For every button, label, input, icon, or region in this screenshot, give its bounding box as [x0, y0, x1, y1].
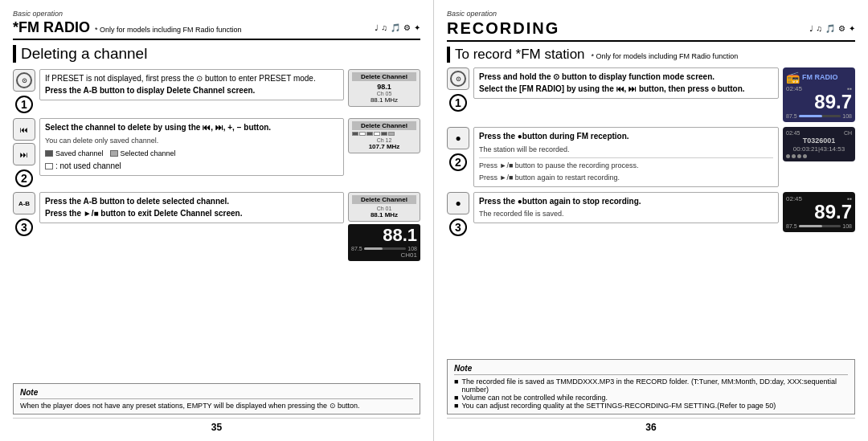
ch-cell-5: [381, 132, 387, 136]
right-title-group: RECORDING: [447, 19, 559, 38]
slider-fill-3: [364, 247, 383, 250]
step-2-number: 2: [15, 169, 33, 187]
time-left-3: 02:45: [786, 195, 802, 202]
left-note: Note When the player does not have any p…: [13, 383, 420, 414]
step-2-next-icon: ⏭: [13, 143, 35, 165]
right-step-2-icon: ●: [447, 127, 469, 149]
selected-label: Selected channel: [121, 149, 176, 159]
record-ch-top: CH: [844, 130, 852, 136]
step-1-text2: Press the A-B button to display Delete C…: [45, 86, 255, 95]
divider-1: [479, 157, 773, 158]
freq-big-1: 98.1: [352, 83, 416, 91]
music-icon-2: ♫: [382, 23, 388, 32]
step-1-display: Delete Channel 98.1 Ch 05 88.1 MHz: [348, 69, 420, 107]
step-1-button-icon: ⊙: [13, 69, 35, 92]
bullet-icon-1: ■: [454, 378, 458, 394]
step-1-text1: If PRESET is not displayed, first press …: [45, 74, 316, 83]
music-icon-3: 🎵: [391, 23, 400, 32]
step-3-button-icon: A-B: [13, 192, 35, 214]
step-3-text2: Press the ►/■ button to exit Delete Chan…: [45, 209, 242, 218]
step-3-display-2: 88.1 87.5 108 CH01: [348, 224, 420, 261]
right-step-3-icon: ●: [447, 192, 469, 214]
step-3-number: 3: [15, 218, 33, 236]
left-note-text: When the player does not have any preset…: [20, 402, 413, 410]
right-note-bullet3-row: ■ You can adjust recording quality at th…: [454, 402, 848, 410]
freq-max-r3: 108: [842, 223, 852, 229]
step-2-icons: ⏮ ⏭ 2: [13, 118, 35, 187]
step-2-content: Select the channel to delete by using th…: [39, 118, 344, 176]
record-time-display: 00:03:21|43:14:53: [786, 145, 852, 153]
right-step-1-icon: ⊙: [447, 67, 469, 90]
time-left-1: 02:45: [786, 85, 802, 92]
fm-logo-icon: 📻: [786, 71, 800, 84]
right-music-icon-1: ♩: [809, 24, 813, 33]
record-id: T0326001: [786, 137, 852, 145]
right-music-icon-3: 🎵: [825, 24, 835, 33]
dot-1: [786, 154, 790, 158]
notused-label: : not used channel: [55, 161, 121, 173]
step-2-subtext: You can delete only saved channel.: [45, 136, 338, 146]
dot-4: [803, 154, 807, 158]
step-2-text1: Select the channel to delete by using th…: [45, 123, 271, 132]
right-step-2-content: Press the ●button during FM reception. T…: [473, 127, 779, 187]
legend-saved: Saved channel: [45, 149, 104, 159]
right-step-1-content: Press and hold the ⊙ button to display f…: [473, 67, 779, 99]
delete-channel-label-1: Delete Channel: [352, 72, 416, 81]
fm-freq-display: 89.7: [786, 92, 852, 112]
settings-icon: ✦: [414, 23, 420, 32]
ch-cell-6: [388, 132, 395, 136]
right-step-3-sub: The recorded file is saved.: [479, 209, 773, 219]
right-step-2-text1: Press the ●button during FM reception.: [479, 132, 629, 141]
right-note-bullet1-row: ■ The recorded file is saved as TMMDDXXX…: [454, 378, 848, 394]
steps-container: ⊙ 1 If PRESET is not displayed, first pr…: [13, 69, 420, 380]
bullet-icon-3: ■: [454, 402, 458, 410]
right-note-bullet2: Volume can not be controlled while recor…: [461, 394, 608, 402]
music-icon-1: ♩: [375, 23, 379, 32]
step-3-text1: Press the A-B button to delete selected …: [45, 197, 229, 206]
right-step-2-row: ● 2 Press the ●button during FM receptio…: [447, 127, 855, 187]
ch-cell-3: [366, 132, 373, 136]
saved-box: [45, 150, 53, 157]
left-basic-op: Basic operation: [13, 10, 420, 18]
circle-icon: ⊙: [16, 72, 32, 88]
fm-freq-max: 108: [842, 113, 852, 119]
ch-cell-4: [374, 132, 380, 136]
step-3-content: Press the A-B button to delete selected …: [39, 192, 344, 223]
selected-box: [110, 150, 118, 157]
ch-label-3: Ch 01: [352, 206, 416, 211]
legend-row: Saved channel Selected channel: [45, 149, 338, 159]
fm-radio-logo-text: FM RADIO: [802, 73, 838, 81]
ch-cell-1: [352, 132, 358, 136]
fm-slider-bar: [799, 115, 841, 117]
step-3-display-1: Delete Channel Ch 01 88.1 MHz: [348, 192, 420, 222]
right-section-header: To record *FM station * Only for models …: [447, 47, 855, 63]
right-note-bullet1: The recorded file is saved as TMMDDXXX.M…: [461, 378, 848, 394]
right-section-subtitle: * Only for models including FM Radio fun…: [592, 52, 739, 60]
freq-label-1: 88.1 MHz: [352, 96, 416, 104]
left-note-title: Note: [20, 388, 413, 399]
slider-row-r3: 87.5 108: [786, 223, 852, 229]
right-step-1-text1: Press and hold the ⊙ button to display f…: [479, 72, 714, 81]
right-note-bullet3: You can adjust recording quality at the …: [461, 402, 776, 410]
step-3-displays: Delete Channel Ch 01 88.1 MHz 88.1 87.5 …: [348, 192, 420, 261]
ch-label-2: Ch 12: [352, 137, 416, 143]
right-header-icons: ♩ ♫ 🎵 ⚙ ✦: [809, 24, 856, 33]
record-top-row: 02:45 CH: [786, 130, 852, 136]
right-basic-op: Basic operation: [447, 10, 855, 18]
right-music-icon-2: ♫: [817, 24, 823, 33]
fm-radio-subtitle: * Only for models including FM Radio fun…: [95, 26, 242, 34]
slider-row-3: 87.5 108: [351, 246, 417, 251]
slider-bar-3: [364, 247, 407, 250]
right-section-title: To record *FM station: [455, 47, 585, 63]
right-step-2-sub3: Press ►/■ button again to restart record…: [479, 173, 773, 183]
step-3-icons: A-B 3: [13, 192, 35, 236]
dot-3: [797, 154, 801, 158]
freq-display-3: 89.7: [786, 202, 852, 222]
step-1-number: 1: [15, 96, 33, 113]
step-2-row: ⏮ ⏭ 2 Select the channel to delete by us…: [13, 118, 420, 187]
right-step-2-number: 2: [449, 153, 467, 171]
fm-radio-logo: 📻 FM RADIO: [786, 71, 852, 84]
right-step-2-sub2: Press ►/■ button to pause the recording …: [479, 161, 773, 171]
right-circle-icon-1: ⊙: [450, 71, 466, 87]
freq-max: 108: [407, 246, 417, 251]
